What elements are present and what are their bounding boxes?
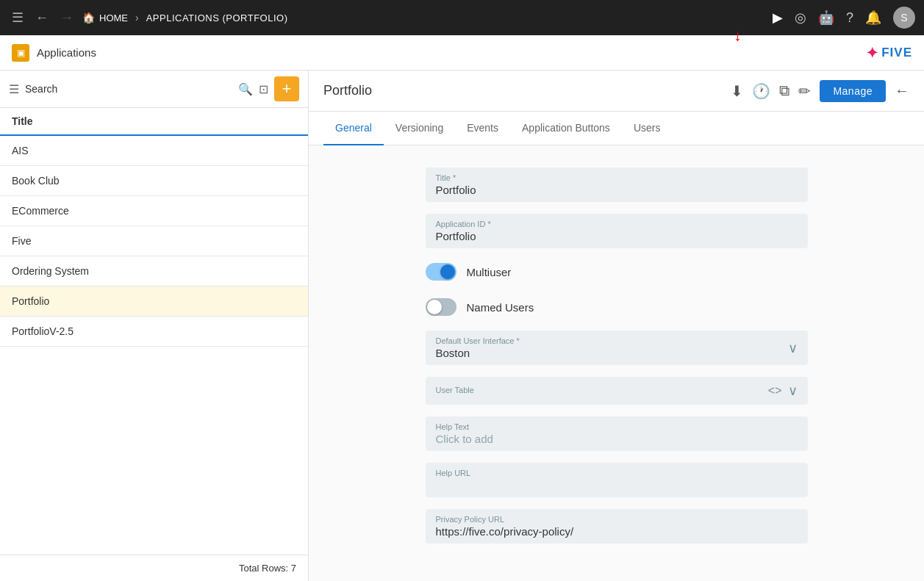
sidebar-item-ais[interactable]: AIS: [0, 136, 308, 166]
app-id-input[interactable]: [436, 230, 798, 242]
sidebar-item-portfolio[interactable]: Portfolio: [0, 286, 308, 317]
tab-versioning[interactable]: Versioning: [384, 112, 455, 145]
expand-icon[interactable]: ⊡: [259, 82, 268, 96]
navbar-right-actions: ▶ ◎ 🤖 ? 🔔 S: [773, 7, 915, 29]
forward-nav-icon[interactable]: →: [57, 7, 76, 29]
home-icon: 🏠: [82, 12, 95, 24]
app-icon-square: ▣: [17, 48, 25, 58]
user-table-field[interactable]: User Table <> ∨: [426, 377, 808, 405]
sidebar-item-book-club[interactable]: Book Club: [0, 166, 308, 196]
search-input[interactable]: [25, 83, 232, 95]
user-table-label: User Table: [436, 386, 768, 394]
tab-general[interactable]: General: [323, 112, 384, 145]
tab-users[interactable]: Users: [622, 112, 673, 145]
five-logo-text: FIVE: [881, 46, 912, 60]
title-input[interactable]: [436, 184, 798, 196]
target-icon[interactable]: ◎: [795, 10, 806, 26]
privacy-url-label: Privacy Policy URL: [436, 515, 798, 524]
user-avatar[interactable]: S: [893, 7, 915, 29]
app-icon: ▣: [12, 44, 29, 62]
sidebar-item-five[interactable]: Five: [0, 226, 308, 256]
default-ui-icons: ∨: [788, 340, 798, 356]
form-area: Title * Application ID * Multiuser: [309, 145, 924, 581]
sidebar-column-header: Title: [0, 108, 308, 136]
help-icon[interactable]: ?: [846, 10, 853, 26]
default-ui-content: Default User Interface * Boston: [436, 336, 788, 359]
tab-events[interactable]: Events: [455, 112, 510, 145]
robot-icon[interactable]: 🤖: [818, 10, 834, 26]
sidebar: ☰ 🔍 ⊡ + Title AIS Book Club ECommerce Fi…: [0, 71, 309, 581]
app-header: ▣ Applications ✦ FIVE: [0, 35, 924, 71]
title-field[interactable]: Title *: [426, 167, 808, 202]
user-table-chevron[interactable]: ∨: [788, 383, 798, 399]
sidebar-toolbar: ☰ 🔍 ⊡ +: [0, 71, 308, 108]
play-icon[interactable]: ▶: [773, 10, 783, 26]
content-header: Portfolio ⬇ 🕐 ⧉ ✏ Manage ←: [309, 71, 924, 112]
breadcrumb-text: APPLICATIONS (PORTFOLIO): [146, 12, 288, 24]
help-text-field[interactable]: Help Text Click to add: [426, 416, 808, 451]
user-table-content: User Table: [436, 386, 768, 396]
named-users-row: Named Users: [426, 295, 808, 319]
user-table-icons: <> ∨: [768, 383, 798, 399]
search-icon[interactable]: 🔍: [238, 82, 253, 96]
default-ui-value: Boston: [436, 347, 788, 359]
navbar: ☰ ← → 🏠 HOME › APPLICATIONS (PORTFOLIO) …: [0, 0, 924, 35]
default-ui-chevron[interactable]: ∨: [788, 340, 798, 356]
home-nav[interactable]: 🏠 HOME: [82, 12, 128, 24]
app-id-label: Application ID *: [436, 220, 798, 228]
app-id-field[interactable]: Application ID *: [426, 214, 808, 248]
help-url-input[interactable]: [436, 479, 798, 491]
filter-icon[interactable]: ☰: [9, 82, 19, 96]
multiuser-toggle-track[interactable]: [426, 263, 456, 281]
content-area: Portfolio ⬇ 🕐 ⧉ ✏ Manage ← General Versi…: [309, 71, 924, 581]
sidebar-item-ordering-system[interactable]: Ordering System: [0, 256, 308, 286]
history-icon[interactable]: 🕐: [752, 82, 770, 100]
title-label: Title *: [436, 173, 798, 182]
tab-app-buttons[interactable]: Application Buttons: [510, 112, 622, 145]
help-text-placeholder: Click to add: [436, 433, 493, 445]
manage-button[interactable]: Manage: [820, 80, 886, 102]
app-header-title: Applications: [37, 46, 96, 59]
sidebar-footer: Total Rows: 7: [0, 555, 308, 581]
named-users-toggle[interactable]: [426, 298, 456, 316]
content-title: Portfolio: [323, 83, 722, 98]
bell-icon[interactable]: 🔔: [865, 10, 881, 26]
sidebar-list: AIS Book Club ECommerce Five Ordering Sy…: [0, 136, 308, 555]
add-button[interactable]: +: [274, 76, 299, 101]
edit-icon[interactable]: ✏: [798, 82, 811, 100]
five-logo-icon: ✦: [866, 44, 878, 62]
default-ui-field[interactable]: Default User Interface * Boston ∨: [426, 331, 808, 365]
sidebar-item-ecommerce[interactable]: ECommerce: [0, 196, 308, 226]
privacy-url-input[interactable]: [436, 525, 798, 538]
copy-icon[interactable]: ⧉: [779, 82, 789, 99]
multiuser-toggle-thumb: [440, 264, 455, 279]
named-users-toggle-thumb: [427, 300, 442, 314]
default-ui-label: Default User Interface *: [436, 336, 788, 345]
privacy-url-field[interactable]: Privacy Policy URL: [426, 509, 808, 544]
home-label: HOME: [99, 12, 128, 24]
main-layout: ☰ 🔍 ⊡ + Title AIS Book Club ECommerce Fi…: [0, 71, 924, 581]
user-table-code-icon[interactable]: <>: [768, 384, 782, 397]
multiuser-label: Multiuser: [467, 266, 512, 278]
breadcrumb-divider: ›: [135, 12, 139, 24]
multiuser-toggle[interactable]: [426, 263, 456, 281]
menu-icon[interactable]: ☰: [9, 7, 26, 29]
five-logo: ✦ FIVE: [866, 44, 912, 62]
back-button[interactable]: ←: [895, 82, 909, 99]
tabs: General Versioning Events Application Bu…: [309, 112, 924, 145]
help-text-label: Help Text: [436, 422, 798, 431]
help-url-label: Help URL: [436, 469, 798, 477]
back-nav-icon[interactable]: ←: [32, 7, 51, 29]
help-url-field[interactable]: Help URL: [426, 463, 808, 497]
form-inner: Title * Application ID * Multiuser: [426, 167, 808, 544]
download-icon[interactable]: ⬇: [731, 82, 743, 100]
sidebar-item-portfolio-v2[interactable]: PortfolioV-2.5: [0, 317, 308, 347]
named-users-label: Named Users: [467, 301, 534, 314]
multiuser-row: Multiuser: [426, 260, 808, 284]
named-users-toggle-track[interactable]: [426, 298, 456, 316]
